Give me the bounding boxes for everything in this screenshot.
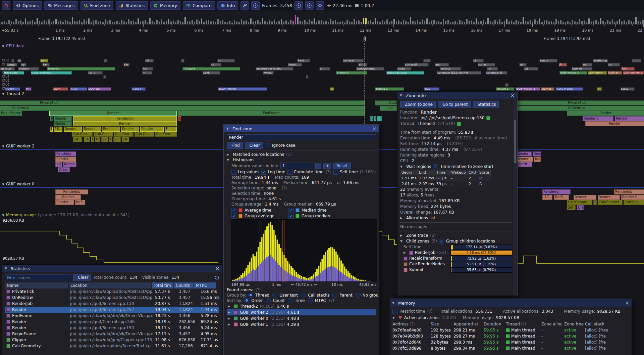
restrict-time-checkbox[interactable]	[392, 309, 397, 314]
memory-column-header[interactable]: Size	[431, 321, 453, 327]
clear-button[interactable]: Clear	[245, 142, 263, 149]
cpu-zone[interactable]	[103, 75, 106, 79]
timeline-zone[interactable]: 8	[95, 137, 100, 142]
statistics-row[interactable]: EndFramejni/../jni/src/claw/gfx/drv/vk/D…	[5, 313, 219, 319]
cpu-zone[interactable]: fsl	[608, 63, 620, 66]
cpu-zone[interactable]: A	[559, 63, 567, 66]
timeline-zone[interactable]: F	[50, 127, 53, 132]
cpu-zone[interactable]	[11, 59, 14, 62]
statistics-row[interactable]: CalcGeometryjni/../jni/src/claw/graphics…	[5, 343, 219, 349]
cpu-zone[interactable]: st	[358, 63, 367, 66]
timeline-zone[interactable]: Render	[567, 111, 644, 116]
cpu-zone[interactable]: audio	[397, 67, 411, 71]
cpu-zone[interactable]: Tracy I	[131, 87, 146, 91]
zone-group-row[interactable]: ▶GUIF worker 2(3,296)4.61 s	[227, 309, 376, 315]
window-collapse-icon[interactable]: ▼	[392, 301, 394, 305]
cpu-zone[interactable]: kworke	[572, 67, 592, 71]
cpu-zone[interactable]: Trac	[424, 87, 439, 91]
cpu-zone[interactable]: kgkk	[203, 71, 220, 75]
cpu-zone[interactable]: I	[597, 87, 602, 91]
legend-checkbox[interactable]: ✓	[288, 208, 293, 213]
group-by-radio[interactable]	[356, 293, 361, 298]
cpu-zone[interactable]: kw	[123, 63, 129, 66]
timeline-zone[interactable]: Rerff	[518, 162, 532, 167]
cpu-zone[interactable]: system	[18, 67, 39, 71]
child-zone-row[interactable]: Submit35.63 µs (0.79%)	[400, 267, 512, 273]
timeline-zone[interactable]: Sel	[567, 205, 576, 210]
group-children-checkbox[interactable]: ✓	[439, 239, 444, 244]
child-zone-row[interactable]: RecalcTransform72.92 µs (1.62%)	[400, 256, 512, 261]
zone-group-row[interactable]: ▶GUIF worker 0(3,231)4.48 s	[227, 315, 376, 321]
scrollbar-thumb[interactable]	[514, 120, 516, 163]
cpu-zone[interactable]: system..g	[593, 59, 608, 62]
cpu-zone[interactable]: Thread-2	[182, 67, 240, 71]
zone-search-input[interactable]	[227, 134, 376, 140]
statistics-button[interactable]: Statistics	[473, 101, 499, 108]
cpu-zone[interactable]: aud	[435, 63, 449, 66]
cpu-zone[interactable]: Tracy Profiler	[218, 87, 267, 91]
group-expand-icon[interactable]: ▶	[228, 316, 230, 321]
cpu-zone[interactable]: Thread-2	[47, 67, 115, 71]
allocation-row[interactable]: 0x7dfc53d8988 bytes298.34 ms59.95 sMain …	[392, 345, 629, 351]
frame-dropdown-button[interactable]	[305, 1, 314, 10]
cpu-zone[interactable]: sy	[21, 63, 26, 66]
timeline-zone[interactable]: 24	[73, 137, 82, 142]
sort-by-radio[interactable]	[266, 298, 271, 303]
allocation-row[interactable]: 0x7dfc42d64032 bytes298.3 ms59.95 sMain …	[392, 339, 629, 345]
thread-collapse-icon[interactable]: ▼	[2, 92, 4, 96]
cpu-zone[interactable]	[423, 59, 431, 62]
allocations-list-header[interactable]: ▶Allocations list	[400, 215, 512, 221]
cpu-zone[interactable]: GUIF worker 2	[623, 71, 644, 75]
cpu-zone[interactable]	[181, 59, 184, 62]
group-expand-icon[interactable]: ▶	[228, 310, 230, 315]
cpu-zone[interactable]: rol	[519, 63, 527, 66]
timeline-zone[interactable]: 26	[113, 137, 121, 142]
allocations-expand-icon[interactable]: ▶	[400, 215, 402, 221]
cpu-zone[interactable]: surfacefl	[0, 67, 15, 71]
timeline-zone[interactable]: Render	[55, 195, 81, 200]
timeline-zone[interactable]: C	[109, 137, 112, 142]
cpu-zone[interactable]: ia	[17, 59, 21, 62]
timeline-zone[interactable]: -17	[542, 195, 552, 200]
timeline-zone[interactable]: BeginFrame	[0, 111, 22, 116]
go-to-parent-button[interactable]: Go to parent	[438, 101, 471, 108]
statistics-row[interactable]: BeginFramejni/../jni/src/claw/gfx/drv/vk…	[5, 331, 219, 337]
next-frame-button[interactable]	[294, 1, 303, 10]
limit-range-toggle-icon[interactable]	[215, 275, 219, 280]
filter-zones-input[interactable]	[5, 274, 71, 281]
cpu-zone[interactable]: GUIF work	[588, 71, 607, 75]
cpu-zone[interactable]: ct	[473, 59, 484, 62]
cpu-zone[interactable]: GUIF wor	[88, 87, 111, 91]
cpu-zone[interactable]: kw	[42, 63, 50, 66]
cpu-zone[interactable]: kwoot	[263, 71, 274, 75]
power-button[interactable]	[2, 1, 10, 10]
timeline-zone[interactable]: Re5	[75, 200, 85, 205]
cpu-zone[interactable]: GUIF worker 2	[516, 87, 540, 91]
cpu-zone[interactable]: surfaceflinger	[356, 67, 384, 71]
log-time-checkbox[interactable]: ✓	[261, 170, 266, 175]
timeline-zone[interactable]: Rencer	[574, 195, 596, 200]
statistics-button[interactable]: Statistics	[116, 1, 148, 10]
close-icon[interactable]: ×	[625, 301, 629, 305]
cpu-zone[interactable]: sy	[40, 59, 48, 62]
thread-collapse-icon[interactable]: ▼	[2, 183, 4, 186]
sort-by-radio[interactable]	[288, 298, 293, 303]
wait-column-header[interactable]: CPU	[467, 170, 478, 175]
timeline-zone[interactable]: T	[374, 116, 376, 121]
cpu-zone[interactable]: GUIF worker 0	[559, 71, 587, 75]
child-expand-icon[interactable]: ▶	[404, 250, 406, 256]
memory-column-header[interactable]: Zone free	[564, 321, 584, 327]
cpu-zone[interactable]: rot_d	[88, 71, 103, 75]
column-header[interactable]: Total tim	[152, 282, 173, 289]
child-zone-row[interactable]: CalcRenderNodes51.51 µs (1.15%)	[400, 261, 512, 267]
column-header[interactable]: Counts	[174, 282, 194, 289]
cpu-zone[interactable]: sen..s	[539, 59, 557, 62]
timeline-zone[interactable]: RenderJob	[55, 189, 88, 194]
timeline-zone[interactable]: C	[178, 116, 181, 121]
timeline-zone[interactable]: Render	[102, 127, 120, 132]
timeline-zone[interactable]: Rend9	[63, 162, 76, 167]
timeline-zone[interactable]: S	[370, 116, 373, 121]
timeline-zone[interactable]: Render	[73, 121, 177, 126]
thread-collapse-icon[interactable]: ▼	[2, 145, 4, 148]
cpu-zone[interactable]: tracy_systrace	[31, 71, 72, 75]
